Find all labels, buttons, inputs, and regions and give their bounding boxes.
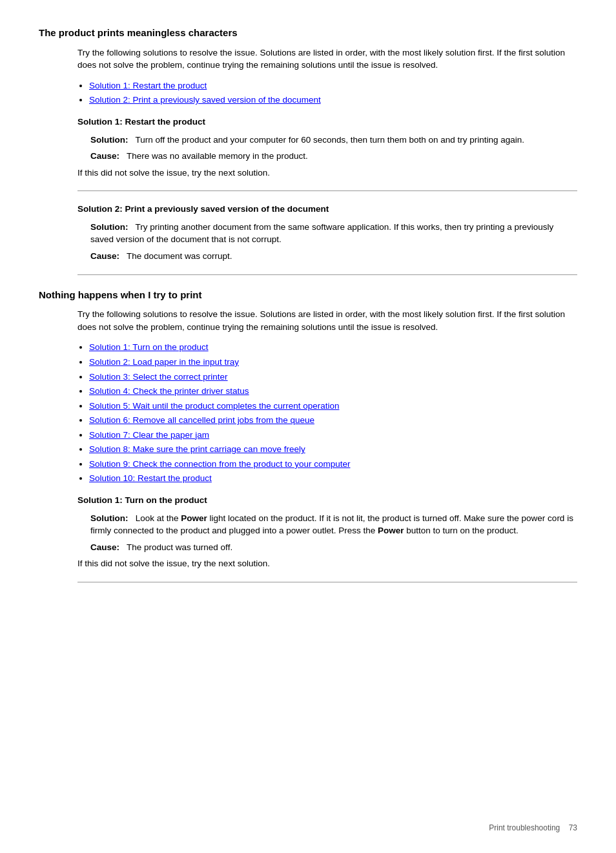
divider2 — [77, 274, 577, 275]
s2-solution1-followup: If this did not solve the issue, try the… — [77, 557, 577, 570]
s2-solution1-block: Solution 1: Turn on the product Solution… — [77, 494, 577, 570]
s2-link1[interactable]: Solution 1: Turn on the product — [89, 342, 209, 352]
solution1-solution-text: Turn off the product and your computer f… — [136, 135, 525, 145]
solution1-cause: Cause: There was no available memory in … — [90, 150, 577, 163]
solution2-solution-text: Try printing another document from the s… — [90, 222, 553, 245]
list-item: Solution 4: Check the printer driver sta… — [89, 385, 577, 398]
s2-link10[interactable]: Solution 10: Restart the product — [89, 473, 212, 483]
page-number: 73 — [569, 823, 577, 834]
solution2-solution-label: Solution: — [90, 222, 128, 232]
s2-link2[interactable]: Solution 2: Load paper in the input tray — [89, 357, 239, 367]
list-item: Solution 5: Wait until the product compl… — [89, 400, 577, 413]
solution1-cause-label: Cause: — [90, 151, 119, 161]
s2-link3[interactable]: Solution 3: Select the correct printer — [89, 372, 228, 382]
list-item: Solution 2: Load paper in the input tray — [89, 356, 577, 369]
list-item: Solution 6: Remove all cancelled print j… — [89, 414, 577, 427]
list-item: Solution 8: Make sure the print carriage… — [89, 443, 577, 456]
solution1-followup: If this did not solve the issue, try the… — [77, 167, 577, 180]
s2-link5[interactable]: Solution 5: Wait until the product compl… — [89, 401, 339, 411]
solution2-cause: Cause: The document was corrupt. — [90, 250, 577, 263]
section2-title: Nothing happens when I try to print — [39, 288, 577, 302]
s2-solution1-label: Solution: — [90, 513, 128, 523]
section1-title: The product prints meaningless character… — [39, 26, 577, 40]
list-item: Solution 3: Select the correct printer — [89, 371, 577, 384]
solution1-link[interactable]: Solution 1: Restart the product — [89, 81, 207, 90]
list-item: Solution 1: Turn on the product — [89, 341, 577, 354]
list-item: Solution 7: Clear the paper jam — [89, 429, 577, 442]
solution1-heading: Solution 1: Restart the product — [77, 116, 577, 128]
s2-link7[interactable]: Solution 7: Clear the paper jam — [89, 430, 209, 440]
s2-solution1-heading: Solution 1: Turn on the product — [77, 494, 577, 507]
list-item: Solution 2: Print a previously saved ver… — [89, 94, 577, 107]
section2-intro: Try the following solutions to resolve t… — [77, 308, 577, 333]
footer-section-label: Print troubleshooting — [489, 823, 560, 834]
s2-link9[interactable]: Solution 9: Check the connection from th… — [89, 459, 350, 469]
s2-link6[interactable]: Solution 6: Remove all cancelled print j… — [89, 415, 314, 425]
s2-link8[interactable]: Solution 8: Make sure the print carriage… — [89, 444, 305, 454]
divider3 — [77, 582, 577, 582]
section1-link-list: Solution 1: Restart the product Solution… — [89, 79, 577, 107]
solution2-block: Solution 2: Print a previously saved ver… — [77, 203, 577, 262]
solution1-block: Solution 1: Restart the product Solution… — [77, 116, 577, 179]
section-nothing-happens: Nothing happens when I try to print Try … — [39, 288, 577, 582]
s2-solution1-cause: Cause: The product was turned off. — [90, 541, 577, 554]
s2-solution1-cause-text: The product was turned off. — [127, 542, 232, 552]
s2-solution1-body: Solution: Look at the Power light locate… — [90, 512, 577, 537]
s2-solution1-text: Look at the Power light located on the p… — [90, 513, 573, 536]
s2-solution1-cause-label: Cause: — [90, 542, 119, 552]
list-item: Solution 9: Check the connection from th… — [89, 458, 577, 471]
section1-intro: Try the following solutions to resolve t… — [77, 46, 577, 72]
solution2-heading: Solution 2: Print a previously saved ver… — [77, 203, 577, 216]
list-item: Solution 10: Restart the product — [89, 472, 577, 485]
solution1-body: Solution: Turn off the product and your … — [90, 134, 577, 147]
section2-link-list: Solution 1: Turn on the product Solution… — [89, 341, 577, 485]
solution2-cause-label: Cause: — [90, 251, 119, 261]
page-footer: Print troubleshooting 73 — [0, 823, 616, 834]
solution1-solution-label: Solution: — [90, 135, 128, 145]
divider1 — [77, 190, 577, 191]
solution2-link[interactable]: Solution 2: Print a previously saved ver… — [89, 95, 321, 105]
solution1-cause-text: There was no available memory in the pro… — [127, 151, 308, 161]
section-meaningless-characters: The product prints meaningless character… — [39, 26, 577, 275]
solution2-body: Solution: Try printing another document … — [90, 221, 577, 246]
list-item: Solution 1: Restart the product — [89, 79, 577, 92]
s2-link4[interactable]: Solution 4: Check the printer driver sta… — [89, 386, 249, 396]
solution2-cause-text: The document was corrupt. — [127, 251, 232, 261]
